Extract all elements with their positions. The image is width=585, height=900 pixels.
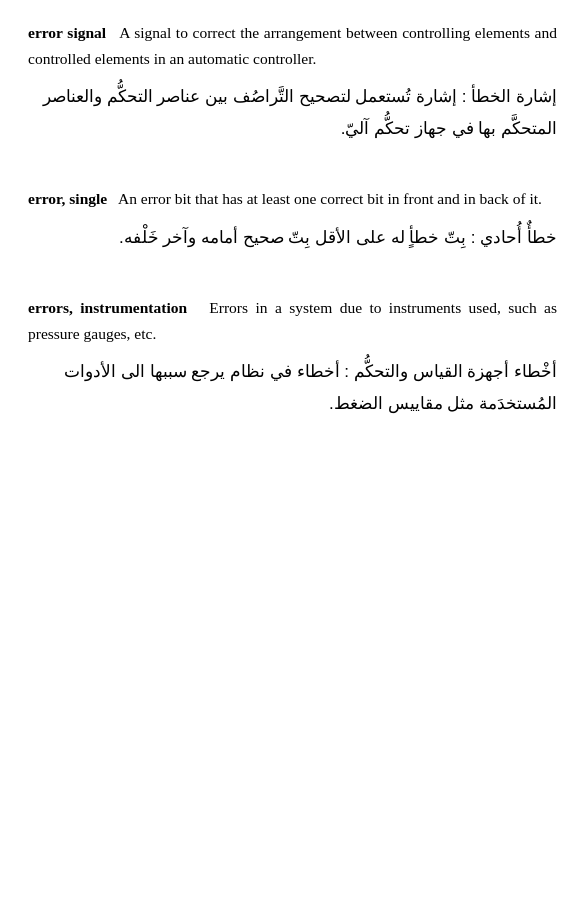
term-error-single: error, single xyxy=(28,190,107,207)
term-error-signal: error signal xyxy=(28,24,106,41)
entry-error-single: error, single An error bit that has at l… xyxy=(28,186,557,253)
entry-error-single-arabic: خطأٌ أُحادي : بِتّ خطأٍ له على الأقل بِت… xyxy=(28,222,557,253)
term-errors-instrumentation: errors, instrumentation xyxy=(28,299,187,316)
entry-error-signal-definition: A signal to correct the arrangement betw… xyxy=(28,24,557,67)
entry-error-single-english: error, single An error bit that has at l… xyxy=(28,186,557,212)
divider-1 xyxy=(28,168,557,186)
entry-errors-instrumentation-english: errors, instrumentation Errors in a syst… xyxy=(28,295,557,346)
entry-errors-instrumentation: errors, instrumentation Errors in a syst… xyxy=(28,295,557,419)
entry-errors-instrumentation-arabic: أخْطاء أجهزة القياس والتحكُّم : أخطاء في… xyxy=(28,356,557,419)
entry-error-signal: error signal A signal to correct the arr… xyxy=(28,20,557,144)
divider-2 xyxy=(28,277,557,295)
dictionary-page: error signal A signal to correct the arr… xyxy=(28,20,557,419)
entry-error-signal-arabic: إشارة الخطأ : إشارة تُستعمل لتصحيح التَّ… xyxy=(28,81,557,144)
entry-error-signal-english: error signal A signal to correct the arr… xyxy=(28,20,557,71)
entry-error-single-definition: An error bit that has at least one corre… xyxy=(111,190,542,207)
